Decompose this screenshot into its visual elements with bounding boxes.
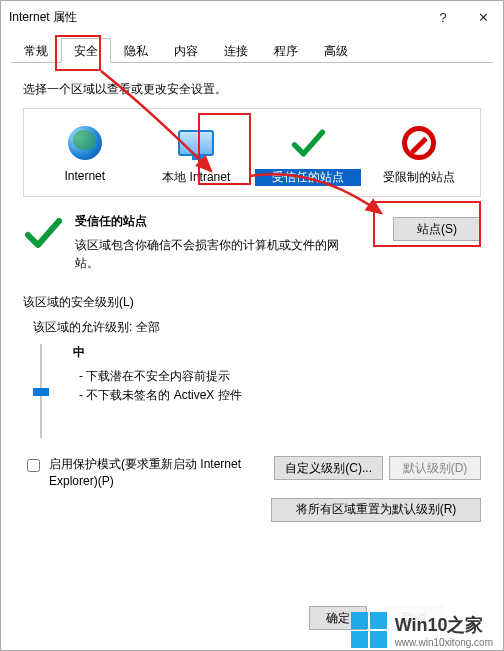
zone-label: Internet — [32, 169, 138, 183]
close-icon[interactable]: ✕ — [463, 1, 503, 33]
tabstrip: 常规 安全 隐私 内容 连接 程序 高级 — [11, 37, 493, 63]
forbid-icon — [367, 123, 473, 163]
watermark: Win10之家 www.win10xitong.com — [351, 612, 493, 648]
monitor-icon — [144, 123, 250, 163]
check-icon — [23, 213, 63, 253]
security-level-slider[interactable] — [33, 344, 49, 444]
windows-logo-icon — [351, 612, 387, 648]
level-name: 中 — [69, 344, 242, 361]
globe-icon — [32, 123, 138, 163]
level-desc-item: 下载潜在不安全内容前提示 — [79, 367, 242, 386]
protected-mode-label: 启用保护模式(要求重新启动 Internet Explorer)(P) — [49, 456, 243, 490]
help-icon[interactable]: ? — [423, 10, 463, 25]
zone-label: 受信任的站点 — [255, 169, 361, 186]
zone-trusted-sites[interactable]: 受信任的站点 — [255, 123, 361, 186]
watermark-brand: Win10之家 — [395, 613, 493, 637]
titlebar: Internet 属性 ? ✕ — [1, 1, 503, 33]
reset-all-zones-button[interactable]: 将所有区域重置为默认级别(R) — [271, 498, 481, 522]
sites-button[interactable]: 站点(S) — [393, 217, 481, 241]
checkbox-icon[interactable] — [27, 459, 40, 472]
check-icon — [255, 123, 361, 163]
zones-instruction: 选择一个区域以查看或更改安全设置。 — [23, 81, 481, 98]
zone-local-intranet[interactable]: 本地 Intranet — [144, 123, 250, 186]
zone-label: 本地 Intranet — [144, 169, 250, 186]
tab-content[interactable]: 内容 — [161, 38, 211, 63]
zone-detail: 受信任的站点 该区域包含你确信不会损害你的计算机或文件的网站。 站点(S) — [23, 213, 481, 272]
tab-connections[interactable]: 连接 — [211, 38, 261, 63]
watermark-url: www.win10xitong.com — [395, 637, 493, 648]
level-desc-list: 下载潜在不安全内容前提示 不下载未签名的 ActiveX 控件 — [69, 367, 242, 405]
tab-advanced[interactable]: 高级 — [311, 38, 361, 63]
level-desc-item: 不下载未签名的 ActiveX 控件 — [79, 386, 242, 405]
zone-detail-desc: 该区域包含你确信不会损害你的计算机或文件的网站。 — [75, 236, 355, 272]
zones-list: Internet 本地 Intranet 受信任的站点 受限制的站点 — [23, 108, 481, 197]
zone-internet[interactable]: Internet — [32, 123, 138, 186]
internet-options-dialog: Internet 属性 ? ✕ 常规 安全 隐私 内容 连接 程序 高级 选择一… — [0, 0, 504, 651]
zone-label: 受限制的站点 — [367, 169, 473, 186]
tab-general[interactable]: 常规 — [11, 38, 61, 63]
security-tab-content: 选择一个区域以查看或更改安全设置。 Internet 本地 Intranet 受… — [1, 63, 503, 532]
window-title: Internet 属性 — [9, 9, 77, 26]
protected-mode-checkbox[interactable]: 启用保护模式(要求重新启动 Internet Explorer)(P) — [23, 456, 243, 490]
default-level-button[interactable]: 默认级别(D) — [389, 456, 481, 480]
tab-programs[interactable]: 程序 — [261, 38, 311, 63]
custom-level-button[interactable]: 自定义级别(C)... — [274, 456, 383, 480]
zone-detail-title: 受信任的站点 — [75, 213, 355, 230]
tab-security[interactable]: 安全 — [61, 38, 111, 63]
zone-restricted-sites[interactable]: 受限制的站点 — [367, 123, 473, 186]
tab-privacy[interactable]: 隐私 — [111, 38, 161, 63]
security-level-group: 该区域的安全级别(L) 该区域的允许级别: 全部 中 下载潜在不安全内容前提示 … — [23, 294, 481, 522]
security-level-label: 该区域的安全级别(L) — [23, 294, 481, 311]
allowed-levels-label: 该区域的允许级别: 全部 — [23, 319, 481, 336]
